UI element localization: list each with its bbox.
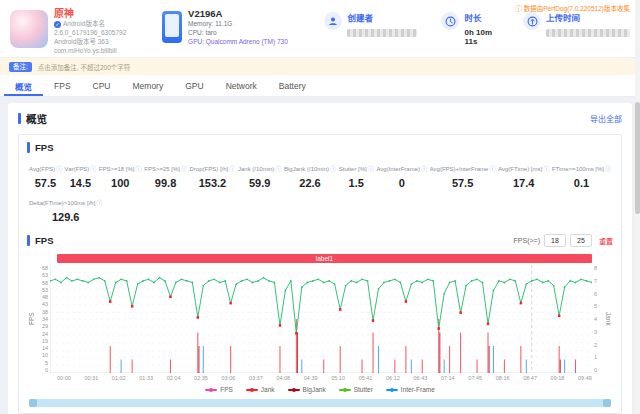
axis-tick-label: 19 [36,338,48,344]
axis-tick-label: 2 [594,342,604,348]
tab-GPU[interactable]: GPU [174,75,214,96]
axis-tick-label: 06:12 [386,375,400,381]
metric-tabs: 概览FPSCPUMemoryGPUNetworkBattery [0,75,640,97]
fps-line-chart[interactable] [50,265,592,373]
page-scrollbar[interactable] [635,0,640,414]
fps-threshold-reset-button[interactable]: 重置 [599,236,613,246]
info-icon[interactable]: ⓘ [96,200,102,206]
axis-tick-label: 04:39 [304,375,318,381]
legend-item-BigJank[interactable]: BigJank [288,386,326,393]
fps-chart-area: label1 FPS 6863585348433834292419141050 … [27,254,613,407]
scrollbar-thumb[interactable] [635,102,640,214]
metric-value: 57.5 [29,177,62,189]
metric-value: 129.6 [29,211,102,223]
axis-tick-label: 00:00 [57,375,71,381]
legend-label: Jank [261,386,275,393]
metric-cell: FPS>=18 [%]ⓘ100 [99,164,142,189]
tab-Network[interactable]: Network [215,75,268,96]
metric-value: 0.1 [552,177,611,189]
perfdog-version-text: 数据由PerfDog(7.0.220512)版本收集 [524,3,630,13]
phone-icon [162,11,182,43]
remark-placeholder: 点击添加备注, 不超过200个字符 [38,62,130,72]
app-info-block: 原神 ✓Android版本名2.6.0_6179196_6305792Andro… [54,8,152,55]
metric-label: Avg(FTime) [ms]ⓘ [498,164,549,173]
fps-plot[interactable] [50,265,592,373]
info-icon[interactable]: ⓘ [330,166,336,172]
info-icon[interactable]: ⓘ [421,166,427,172]
x-axis-ticks: 00:0000:3101:0201:3302:0402:3503:0603:37… [57,375,592,381]
axis-tick-label: 68 [36,265,48,271]
metric-value: 17.4 [498,177,549,189]
app-info-lines: ✓Android版本名2.6.0_6179196_6305792Android版… [54,19,152,55]
tab-Battery[interactable]: Battery [268,75,317,96]
axis-tick-label: 6 [594,291,604,297]
info-icon[interactable]: ⓘ [181,166,187,172]
range-slider-right-handle[interactable] [603,399,611,407]
device-gpu: GPU: Qualcomm Adreno (TM) 730 [188,37,288,46]
axis-tick-label: 24 [36,331,48,337]
creator-value-redacted [347,29,417,37]
app-info-line: com.miHoYo.ys.bilibili [54,46,152,55]
y-axis-left-title: FPS [27,265,36,373]
info-icon[interactable]: ⓘ [543,166,549,172]
info-icon[interactable]: ⓘ [90,166,96,172]
legend-item-Inter-Frame[interactable]: Inter-Frame [386,386,435,393]
axis-tick-label: 03:06 [222,375,236,381]
axis-tick-label: 8 [594,265,604,271]
axis-tick-label: 7 [594,278,604,284]
device-model: V2196A [188,8,288,19]
axis-tick-label: 07:14 [441,375,455,381]
device-cpu: CPU: taro [188,28,288,37]
info-icon[interactable]: ⓘ [136,166,142,172]
metric-label: FPS>=18 [%]ⓘ [99,164,142,173]
tab-CPU[interactable]: CPU [82,75,122,96]
info-icon[interactable]: ⓘ [605,166,611,172]
metric-label: Avg(InterFrame)ⓘ [376,164,427,173]
axis-tick-label: 02:04 [167,375,181,381]
fps-threshold-label: FPS(>=) [514,237,540,244]
fps-threshold-high-input[interactable] [570,234,592,247]
y-axis-right-title: Jank [604,265,613,373]
axis-tick-label: 0 [594,367,604,373]
info-icon[interactable]: ⓘ [368,166,374,172]
axis-tick-label: 63 [36,272,48,278]
info-icon[interactable]: ⓘ [229,166,235,172]
info-icon[interactable]: ⓘ [275,166,281,172]
device-block: V2196A Memory: 11.1G CPU: taro GPU: Qual… [162,8,300,46]
info-icon[interactable]: ⓘ [489,166,495,172]
metric-label: Avg(FPS)+InterFrameⓘ [430,164,496,173]
axis-tick-label: 0 [36,367,48,373]
axis-tick-label: 00:31 [84,375,98,381]
tab-Memory[interactable]: Memory [122,75,175,96]
metric-cell: Avg(FPS)+InterFrameⓘ57.5 [430,164,496,189]
metric-label: Var(FPS)ⓘ [65,164,97,173]
axis-tick-label: 5 [36,360,48,366]
metric-value: 99.8 [144,177,187,189]
legend-item-Stutter[interactable]: Stutter [339,386,373,393]
info-icon[interactable]: ⓘ [56,166,62,172]
metric-cell: Jank (/10min)ⓘ59.9 [238,164,281,189]
fps-metrics-row-1: Avg(FPS)ⓘ57.5Var(FPS)ⓘ14.5FPS>=18 [%]ⓘ10… [27,164,613,189]
overview-section-title: 概览 [26,111,47,126]
legend-marker [246,389,258,391]
metric-value: 59.9 [238,177,281,189]
verified-check-icon: ✓ [54,21,61,28]
fps-chart-title: FPS [35,235,53,246]
tab-FPS[interactable]: FPS [43,75,82,96]
chart-range-slider[interactable] [29,399,611,407]
export-all-link[interactable]: 导出全部 [590,113,622,124]
legend-item-FPS[interactable]: FPS [205,386,233,393]
creator-block: 创建者 [324,12,417,37]
legend-item-Jank[interactable]: Jank [246,386,275,393]
range-slider-left-handle[interactable] [29,399,37,407]
remark-bar[interactable]: 备注: 点击添加备注, 不超过200个字符 [0,58,640,75]
axis-tick-label: 43 [36,301,48,307]
chart-label-banner[interactable]: label1 [57,254,592,263]
metric-value: 1.5 [339,177,374,189]
game-app-icon [10,10,48,48]
tab-概览[interactable]: 概览 [4,75,43,96]
axis-tick-label: 03:37 [249,375,263,381]
metric-label: Stutter [%]ⓘ [339,164,374,173]
fps-threshold-low-input[interactable] [544,234,566,247]
axis-tick-label: 04:08 [276,375,290,381]
